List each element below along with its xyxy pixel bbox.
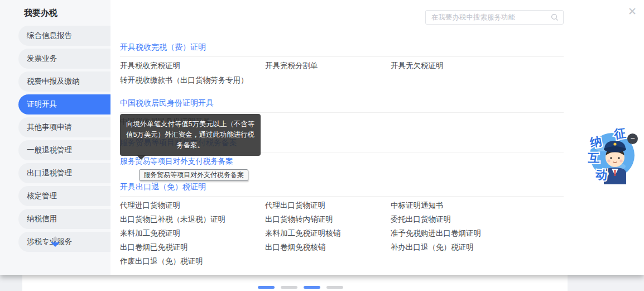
close-icon[interactable]: ✕ [625, 4, 640, 19]
sidebar-item-tax-credit[interactable]: 纳税信用 [18, 209, 110, 229]
menu-item[interactable]: 代理进口货物证明 [120, 198, 265, 212]
screen: 我要办税 综合信息报告 发票业务 税费申报及缴纳 证明开具 其他事项申请 一般退… [0, 0, 644, 291]
section-title[interactable]: 开具税收完税（费）证明 [120, 42, 564, 51]
tax-assistant-mascot[interactable]: 征 纳 互 动 [580, 122, 636, 184]
sidebar-scroll-arrows [0, 235, 110, 249]
section-divider [120, 196, 564, 197]
menu-item[interactable]: 开具完税分割单 [265, 59, 391, 73]
section-divider [120, 56, 564, 57]
menu-item[interactable]: 开具无欠税证明 [391, 59, 564, 73]
description-tooltip: 向境外单笔支付等值5万美元以上（不含等值5万美元）外汇资金，通过此功能进行税务备… [120, 114, 261, 156]
menu-item[interactable]: 来料加工免税证明核销 [265, 226, 391, 240]
menu-item[interactable]: 来料加工免税证明 [120, 226, 265, 240]
title-tooltip: 服务贸易等项目对外支付税务备案 [139, 169, 248, 181]
menu-item[interactable]: 出口货物转内销证明 [265, 212, 391, 226]
mascot-char-dong: 动 [594, 168, 608, 182]
sidebar-item-export-refund[interactable]: 出口退税管理 [18, 163, 110, 183]
section-tax-payment-certificate: 开具税收完税（费）证明 开具税收完税证明 开具完税分割单 开具无欠税证明 转开税… [120, 42, 564, 88]
scroll-up-icon[interactable] [51, 236, 60, 241]
section-divider [120, 112, 564, 113]
sidebar-item-certificate-issuance[interactable]: 证明开具 [18, 94, 110, 115]
mascot-char-zheng: 征 [613, 126, 627, 141]
section-title[interactable]: 中国税收居民身份证明开具 [120, 98, 564, 107]
menu-item[interactable]: 准予免税购进出口卷烟证明 [391, 226, 564, 240]
menu-item[interactable]: 中标证明通知书 [391, 198, 564, 212]
menu-item[interactable]: 委托出口货物证明 [391, 212, 564, 226]
sidebar-item-invoice-business[interactable]: 发票业务 [18, 49, 110, 69]
section-title[interactable]: 开具出口退（免）税证明 [120, 182, 564, 191]
mascot-minimize-button[interactable]: − [627, 133, 638, 144]
menu-item[interactable]: 出口卷烟已免税证明 [120, 240, 265, 254]
sidebar-item-general-refund[interactable]: 一般退税管理 [18, 140, 110, 160]
sidebar-item-comprehensive-info-report[interactable]: 综合信息报告 [18, 26, 110, 46]
pagination-dash-4[interactable] [326, 286, 343, 289]
menu-item[interactable]: 转开税收缴款书（出口货物劳务专用） [120, 73, 265, 88]
sidebar-item-assessment-management[interactable]: 核定管理 [18, 186, 110, 206]
sidebar-title: 我要办税 [24, 8, 110, 17]
menu-item[interactable]: 开具税收完税证明 [120, 59, 265, 73]
mascot-char-hu: 互 [588, 151, 600, 164]
pagination-dash-2[interactable] [281, 286, 297, 289]
section-export-tax-refund-certificate: 开具出口退（免）税证明 代理进口货物证明 代理出口货物证明 中标证明通知书 出口… [120, 182, 564, 268]
menu-item[interactable]: 作废出口退（免）税证明 [120, 254, 265, 268]
menu-item[interactable]: 出口货物已补税（未退税）证明 [120, 212, 265, 226]
scroll-down-icon[interactable] [51, 242, 60, 247]
mega-menu-overlay: 我要办税 综合信息报告 发票业务 税费申报及缴纳 证明开具 其他事项申请 一般退… [0, 0, 644, 275]
sidebar-item-other-matters[interactable]: 其他事项申请 [18, 117, 110, 137]
sidebar: 我要办税 综合信息报告 发票业务 税费申报及缴纳 证明开具 其他事项申请 一般退… [0, 0, 110, 275]
pagination-dash-3[interactable] [304, 286, 320, 289]
menu-item[interactable]: 补办出口退（免）税证明 [391, 240, 564, 254]
page-right-gutter [568, 275, 644, 291]
menu-item[interactable]: 代理出口货物证明 [265, 198, 391, 212]
mascot-char-na: 纳 [588, 134, 603, 149]
sidebar-menu: 综合信息报告 发票业务 税费申报及缴纳 证明开具 其他事项申请 一般退税管理 出… [0, 26, 110, 255]
page-left-gutter [0, 275, 22, 291]
carousel-pagination [258, 286, 343, 289]
menu-item[interactable]: 出口卷烟免税核销 [265, 240, 391, 254]
sidebar-item-tax-declaration-payment[interactable]: 税费申报及缴纳 [18, 71, 110, 92]
pagination-dash-1[interactable] [258, 286, 275, 289]
